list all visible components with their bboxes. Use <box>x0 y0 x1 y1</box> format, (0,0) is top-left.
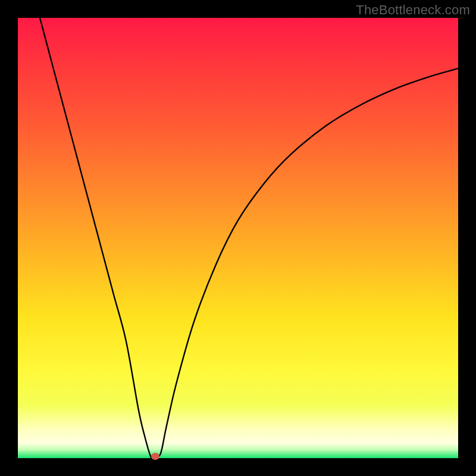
curve-svg <box>18 18 458 458</box>
chart-frame: TheBottleneck.com <box>0 0 476 476</box>
plot-area <box>18 18 458 458</box>
optimum-marker <box>151 453 159 460</box>
watermark-text: TheBottleneck.com <box>356 2 470 18</box>
bottleneck-curve <box>40 18 458 458</box>
